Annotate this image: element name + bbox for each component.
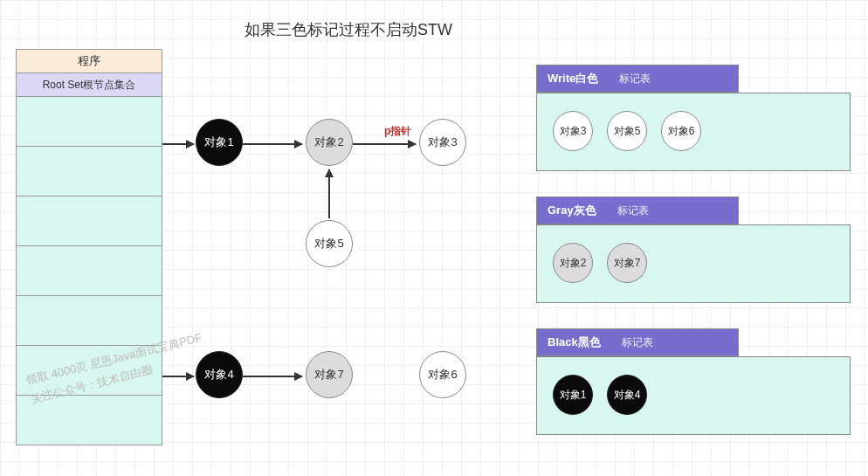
panel-gray-item: 对象2: [553, 243, 593, 283]
rootset-row: [16, 246, 162, 296]
panel-black: Black黑色 标记表 对象1 对象4: [536, 328, 851, 433]
panel-gray-title: Gray灰色: [537, 203, 596, 218]
panel-gray-tab: Gray灰色 标记表: [536, 197, 739, 224]
panel-white: Write白色 标记表 对象3 对象5 对象6: [536, 65, 851, 169]
arrow-obj5-to-obj2: [328, 169, 330, 218]
panel-gray-item: 对象7: [607, 243, 647, 283]
arrow-obj4-to-obj7: [243, 376, 302, 377]
rootset-row: [16, 197, 162, 246]
diagram-title: 如果三色标记过程不启动STW: [245, 19, 452, 40]
node-obj2: 对象2: [306, 119, 353, 166]
program-stack: 程序 Root Set根节点集合: [16, 49, 162, 445]
panel-white-title: Write白色: [537, 71, 598, 86]
rootset-header: Root Set根节点集合: [16, 73, 162, 97]
node-obj6: 对象6: [419, 351, 466, 398]
arrow-obj1-to-obj2: [243, 143, 302, 145]
panel-white-item: 对象5: [607, 111, 647, 151]
rootset-row: [16, 97, 162, 147]
pointer-label: p指针: [384, 124, 411, 139]
node-obj4: 对象4: [196, 351, 243, 398]
diagram-stage: 如果三色标记过程不启动STW 程序 Root Set根节点集合 领取 4000页…: [0, 0, 868, 476]
arrow-root-to-obj1: [162, 143, 194, 145]
panel-white-item: 对象6: [661, 111, 701, 151]
rootset-row: [16, 296, 162, 346]
node-obj1: 对象1: [196, 119, 243, 166]
rootset-row: [16, 346, 162, 396]
node-obj7: 对象7: [306, 351, 353, 398]
panel-white-sub: 标记表: [619, 72, 651, 86]
program-header: 程序: [16, 49, 162, 73]
panel-black-item: 对象4: [607, 375, 647, 415]
panel-black-tab: Black黑色 标记表: [536, 328, 739, 356]
rootset-row: [16, 147, 162, 197]
panel-white-item: 对象3: [553, 111, 593, 151]
panel-white-body: 对象3 对象5 对象6: [536, 93, 851, 171]
panel-gray-sub: 标记表: [617, 204, 649, 218]
panel-black-body: 对象1 对象4: [536, 356, 851, 435]
arrow-root-to-obj4: [162, 376, 194, 377]
panel-black-item: 对象1: [553, 375, 593, 415]
node-obj3: 对象3: [419, 119, 466, 166]
panel-white-tab: Write白色 标记表: [536, 65, 739, 93]
rootset-row: [16, 396, 162, 445]
node-obj5: 对象5: [306, 220, 353, 267]
arrow-obj2-to-obj3: [353, 143, 416, 145]
panel-gray: Gray灰色 标记表 对象2 对象7: [536, 197, 851, 301]
panel-black-title: Black黑色: [537, 335, 601, 350]
panel-gray-body: 对象2 对象7: [536, 224, 851, 303]
panel-black-sub: 标记表: [622, 335, 653, 350]
